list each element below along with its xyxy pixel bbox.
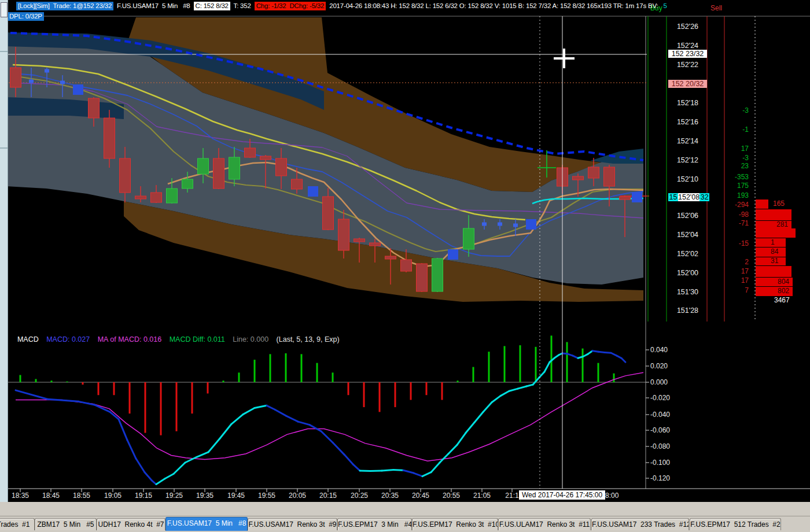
dom-delta-value: 193 [722,192,749,200]
scrollbar-divider [0,51,8,52]
time-axis-extra-label: 8:00 [605,492,618,500]
dom-delta-value: -3 [722,154,749,162]
time-label: 20:55 [439,492,464,500]
dom-price-row[interactable]: 152'18 [668,99,707,107]
chart-tab-9[interactable]: F.US.USAM17 233 Trades #12 [591,518,689,530]
volume-profile-bar-3 [756,228,796,238]
dom-delta-value: 7 [722,287,749,294]
time-label: 19:45 [223,492,249,500]
chart-tab-5[interactable]: F.US.USAM17 Renko 3t #9 [248,518,337,530]
time-label: 19:15 [131,492,156,500]
chart-tab-bar: Trades #1ZBM17 5 Min #5UDH17 Renko 4t #7… [0,516,810,532]
macd-label-3: Line: 0.000 [231,335,268,343]
time-label: 19:35 [192,492,218,500]
chart-tab-1[interactable]: Trades #1 [0,518,35,530]
macd-chart-region[interactable] [7,335,645,489]
window-resize-strip [0,502,810,516]
header-chip-7: 5 [662,2,669,10]
time-label: 20:05 [285,492,310,500]
chart-tab-2[interactable]: ZBM17 5 Min #5 [35,518,97,530]
dom-last-price[interactable]: 152'08 [678,193,699,201]
dom-price-row[interactable]: 152'24 [668,42,707,50]
time-label: 18:35 [8,492,33,500]
dom-ask-size[interactable]: 32 [699,193,709,201]
price-chart-region[interactable] [7,16,645,322]
dom-price-row[interactable]: 152'26 [668,23,707,31]
chart-tab-6[interactable]: F.US.EPM17 3 Min #4 [337,518,412,530]
time-label: 20:15 [315,492,341,500]
dom-price-row[interactable]: 152'22 [668,61,707,69]
chart-tab-8[interactable]: F.US.ULAM17 Renko 3t #11 [498,518,591,530]
chart-tab-10[interactable]: F.US.EPM17 512 Trades #2 [690,518,781,530]
dom-price-row-bidask[interactable]: 15152'0832 [668,193,707,201]
dom-sell-column-header[interactable]: Sell [710,4,722,12]
header-chip-0: [Lock][Sim] Trade: 1@152 23/32 [16,2,113,10]
dom-delta-value: -15 [722,240,749,247]
chart-header-row2: DPL: 0/32P [8,12,44,21]
volume-profile-total: 3467 [774,297,790,304]
macd-axis-value: 0.040 [650,346,680,354]
time-label: 20:45 [408,492,433,500]
macd-label-2: MACD Diff: 0.011 [167,335,225,343]
time-label: 19:05 [100,492,126,500]
volume-profile-bar-0 [756,200,768,209]
volume-profile-value: 165 [773,200,785,208]
dom-bid-size[interactable]: 15 [668,193,678,201]
left-scrollbar[interactable] [0,0,8,502]
dom-delta-value: -3 [722,107,749,114]
dom-delta-value: -71 [722,220,749,227]
scrollbar-divider-2 [0,147,8,149]
header-chip-6: 2017-04-26 18:08:43 H: 152 8/32 L: 152 6… [326,2,661,10]
time-label: 20:25 [347,492,372,500]
dom-price-row[interactable]: 151'30 [668,288,707,296]
dom-price-row[interactable]: 152 23/32 [668,50,707,58]
dom-price-row[interactable]: 151'28 [668,306,707,315]
volume-profile-value: 31 [771,257,778,265]
dom-delta-value: -1 [722,126,749,134]
volume-profile-value: 84 [771,248,778,256]
macd-study-labels: MACD MACD: 0.027 MA of MACD: 0.016 MACD … [9,327,351,352]
dom-price-row[interactable]: 152'06 [668,212,707,220]
chart-tab-3[interactable]: UDH17 Renko 4t #7 [97,518,165,530]
time-label: 19:25 [161,492,187,500]
header-chip-5: DChg: -5/32 [288,2,326,10]
dom-price-row[interactable]: 152'10 [668,175,707,183]
dom-price-row[interactable]: 152 20/32 [668,80,707,88]
dom-price-row[interactable]: 152'14 [668,137,707,145]
macd-label-1: MA of MACD: 0.016 [95,335,161,343]
time-label: 20:35 [377,492,403,500]
dom-price-row[interactable]: 152'02 [668,250,707,258]
chart-tab-7[interactable]: F.US.EPM17 Renko 3t #10 [412,518,498,530]
crosshair-date-readout: Wed 2017-04-26 17:45:00 [519,490,605,500]
dom-delta-value: 2 [722,258,749,266]
macd-axis-value: 0.020 [650,362,680,370]
header-chip-1: F.US.USAM17 5 Min #8 [113,2,193,10]
dom-price-row[interactable]: 152'16 [668,118,707,126]
macd-axis-value: -0.060 [650,426,680,434]
macd-title: MACD [17,335,39,343]
macd-axis-value: -0.120 [650,474,680,482]
volume-profile-bar-7 [756,266,791,277]
dom-price-row[interactable]: 152'12 [668,156,707,164]
time-label: 19:55 [254,492,279,500]
chart-header-row1: [Lock][Sim] Trade: 1@152 23/32 F.US.USAM… [16,2,669,10]
time-label: 18:45 [38,492,64,500]
header-chip-2: C: 152 8/32 [194,2,230,10]
macd-label-4: (Last, 5, 13, 9, Exp) [274,335,340,343]
trading-platform-window: [Lock][Sim] Trade: 1@152 23/32 F.US.USAM… [0,0,810,532]
chart-tab-4[interactable]: F.US.USAM17 5 Min #8 [165,517,248,531]
dom-delta-value: -353 [722,173,749,181]
volume-profile-bar-1 [756,209,791,220]
volume-profile-value: 802 [778,287,789,295]
time-label: 21:05 [469,492,495,500]
macd-label-0: MACD: 0.027 [45,335,90,343]
macd-axis-value: -0.080 [650,442,680,450]
dom-price-row[interactable]: 152'04 [668,231,707,239]
macd-axis-value: -0.100 [650,459,680,467]
dom-price-row[interactable]: 152'00 [668,269,707,277]
dpl-chip: DPL: 0/32P [8,12,44,21]
header-chip-4: Chg: -1/32 [255,2,288,10]
dom-delta-value: 17 [722,268,749,275]
scrollbar-button[interactable] [1,2,8,17]
dom-delta-value: -98 [722,211,749,219]
